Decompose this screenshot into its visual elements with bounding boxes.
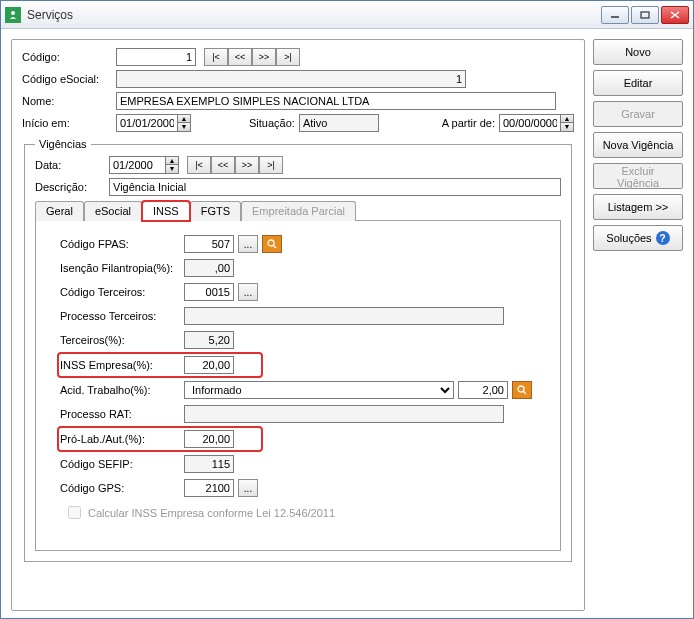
nav-last-button[interactable]: >| (276, 48, 300, 66)
inicio-date-spinner[interactable]: ▲▼ (116, 114, 191, 132)
codigo-terceiros-label: Código Terceiros: (60, 286, 180, 298)
codigo-input[interactable] (116, 48, 196, 66)
main-panel: Código: |< << >> >| Código eSocial: Nome… (11, 39, 585, 611)
situacao-input (299, 114, 379, 132)
svg-point-1 (11, 11, 15, 15)
codigo-gps-input[interactable] (184, 479, 234, 497)
vig-nav-next-button[interactable]: >> (235, 156, 259, 174)
acid-trabalho-search-button[interactable] (512, 381, 532, 399)
nome-label: Nome: (22, 95, 112, 107)
tab-geral[interactable]: Geral (35, 201, 84, 221)
solucoes-label: Soluções (606, 232, 651, 244)
codigo-gps-lookup-button[interactable]: ... (238, 479, 258, 497)
terceiros-pct-label: Terceiros(%): (60, 334, 180, 346)
acid-trabalho-select[interactable]: Informado (184, 381, 454, 399)
novo-button[interactable]: Novo (593, 39, 683, 65)
maximize-button[interactable] (631, 6, 659, 24)
spin-up-icon[interactable]: ▲ (177, 115, 190, 123)
vig-descricao-label: Descrição: (35, 181, 105, 193)
inicio-date-input[interactable] (117, 115, 177, 131)
search-icon (267, 239, 277, 249)
codigo-esocial-input (116, 70, 466, 88)
svg-rect-3 (641, 12, 649, 18)
processo-terceiros-label: Processo Terceiros: (60, 310, 180, 322)
vigencias-fieldset: Vigências Data: ▲▼ |< << >> >| Descrição… (24, 138, 572, 562)
spin-up-icon[interactable]: ▲ (560, 115, 573, 123)
spin-up-icon[interactable]: ▲ (165, 157, 178, 165)
isencao-input (184, 259, 234, 277)
vigencias-legend: Vigências (35, 138, 91, 150)
vig-data-label: Data: (35, 159, 105, 171)
prolab-input[interactable] (184, 430, 234, 448)
codigo-fpas-search-button[interactable] (262, 235, 282, 253)
spin-down-icon[interactable]: ▼ (177, 123, 190, 131)
excluir-vigencia-button: Excluir Vigência (593, 163, 683, 189)
codigo-label: Código: (22, 51, 112, 63)
nav-next-button[interactable]: >> (252, 48, 276, 66)
tabs: Geral eSocial INSS FGTS Empreitada Parci… (35, 200, 561, 221)
inss-empresa-input[interactable] (184, 356, 234, 374)
codigo-sefip-label: Código SEFIP: (60, 458, 180, 470)
search-icon (517, 385, 527, 395)
nav-first-button[interactable]: |< (204, 48, 228, 66)
solucoes-button[interactable]: Soluções ? (593, 225, 683, 251)
vig-nav-last-button[interactable]: >| (259, 156, 283, 174)
tab-panel-inss: Código FPAS: ... Isenção Filantropia(%):… (35, 221, 561, 551)
calc-inss-checkbox (68, 506, 81, 519)
gravar-button: Gravar (593, 101, 683, 127)
app-icon (5, 7, 21, 23)
codigo-fpas-lookup-button[interactable]: ... (238, 235, 258, 253)
codigo-gps-label: Código GPS: (60, 482, 180, 494)
vig-data-input[interactable] (110, 157, 165, 173)
nome-input[interactable] (116, 92, 556, 110)
listagem-button[interactable]: Listagem >> (593, 194, 683, 220)
apartir-label: A partir de: (442, 117, 495, 129)
tab-fgts[interactable]: FGTS (190, 201, 241, 221)
acid-trabalho-label: Acid. Trabalho(%): (60, 384, 180, 396)
nav-prev-button[interactable]: << (228, 48, 252, 66)
acid-trabalho-value-input[interactable] (458, 381, 508, 399)
editar-button[interactable]: Editar (593, 70, 683, 96)
sidebar: Novo Editar Gravar Nova Vigência Excluir… (593, 39, 683, 611)
vig-descricao-input[interactable] (109, 178, 561, 196)
apartir-date-spinner[interactable]: ▲▼ (499, 114, 574, 132)
close-button[interactable] (661, 6, 689, 24)
tab-empreitada: Empreitada Parcial (241, 201, 356, 221)
codigo-sefip-input (184, 455, 234, 473)
tab-esocial[interactable]: eSocial (84, 201, 142, 221)
vig-nav-prev-button[interactable]: << (211, 156, 235, 174)
situacao-label: Situação: (249, 117, 295, 129)
processo-rat-input (184, 405, 504, 423)
window-title: Serviços (27, 8, 601, 22)
processo-terceiros-input (184, 307, 504, 325)
prolab-label: Pró-Lab./Aut.(%): (60, 433, 180, 445)
apartir-date-input[interactable] (500, 115, 560, 131)
svg-line-9 (523, 391, 526, 394)
codigo-terceiros-lookup-button[interactable]: ... (238, 283, 258, 301)
codigo-fpas-input[interactable] (184, 235, 234, 253)
spin-down-icon[interactable]: ▼ (560, 123, 573, 131)
svg-line-7 (273, 245, 276, 248)
inicio-label: Início em: (22, 117, 112, 129)
spin-down-icon[interactable]: ▼ (165, 165, 178, 173)
vig-nav-first-button[interactable]: |< (187, 156, 211, 174)
codigo-terceiros-input[interactable] (184, 283, 234, 301)
help-icon: ? (656, 231, 670, 245)
nova-vigencia-button[interactable]: Nova Vigência (593, 132, 683, 158)
titlebar: Serviços (1, 1, 693, 29)
codigo-esocial-label: Código eSocial: (22, 73, 112, 85)
calc-inss-label: Calcular INSS Empresa conforme Lei 12.54… (88, 507, 335, 519)
codigo-fpas-label: Código FPAS: (60, 238, 180, 250)
processo-rat-label: Processo RAT: (60, 408, 180, 420)
terceiros-pct-input (184, 331, 234, 349)
vig-data-spinner[interactable]: ▲▼ (109, 156, 179, 174)
minimize-button[interactable] (601, 6, 629, 24)
isencao-label: Isenção Filantropia(%): (60, 262, 180, 274)
inss-empresa-label: INSS Empresa(%): (60, 359, 180, 371)
tab-inss[interactable]: INSS (142, 201, 190, 221)
